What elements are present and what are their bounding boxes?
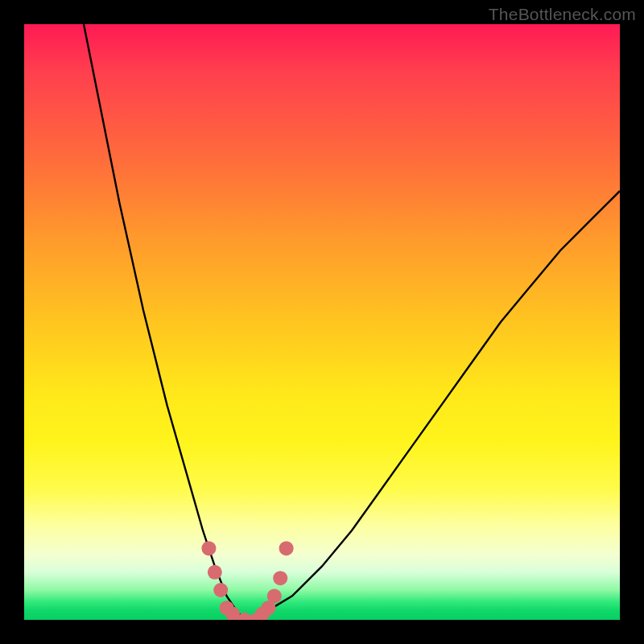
marker-dot xyxy=(208,565,222,580)
marker-dot xyxy=(201,541,216,555)
marker-dot xyxy=(273,571,287,585)
curve-path xyxy=(84,24,620,620)
watermark-text: TheBottleneck.com xyxy=(489,5,636,24)
highlight-markers xyxy=(201,541,293,620)
plot-area xyxy=(24,24,620,620)
bottleneck-curve xyxy=(24,24,620,620)
marker-dot xyxy=(213,583,228,597)
marker-dot xyxy=(267,588,282,603)
chart-frame: TheBottleneck.com xyxy=(0,0,644,644)
marker-dot xyxy=(279,541,294,555)
